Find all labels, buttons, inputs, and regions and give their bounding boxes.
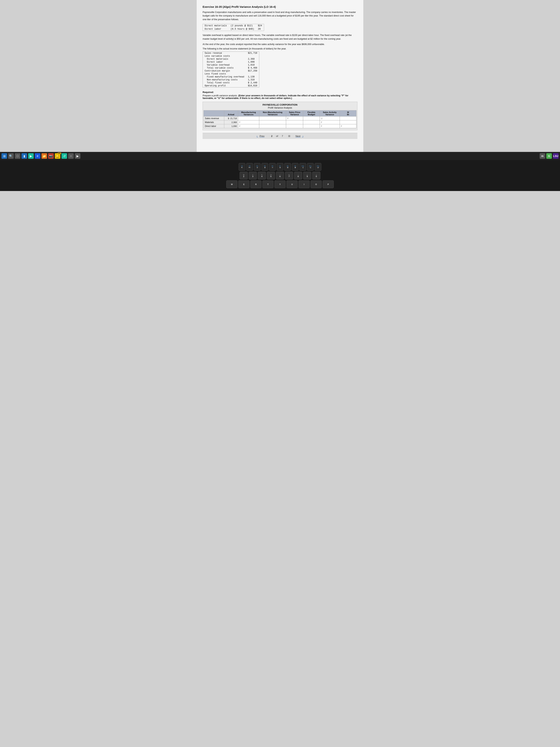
is-row-12-amt: $14,810 [246, 84, 259, 87]
key-0[interactable]: )0 [312, 172, 320, 180]
pva-row-mat-fb-input[interactable] [303, 120, 320, 124]
key-7[interactable]: &7 [285, 172, 293, 180]
key-2[interactable]: @2 [240, 172, 248, 180]
pva-row-dl-nonmfg-input[interactable] [259, 124, 286, 128]
pva-col-header-nonmfg: Non-ManufacturingVariances [259, 110, 286, 117]
pva-col-header-sp: Sales PriceVariance [286, 110, 303, 117]
fn-key-row: F2☀- F3☀+ F4⊙ F5⊟ F6⇨ F7⊡ F8⊟ F9⊞ F10◁ F… [2, 163, 558, 171]
pva-row-sr-sp-input[interactable] [286, 117, 303, 120]
is-row-10-amt: 1,310 [246, 78, 259, 81]
notification-badge[interactable]: 🔔 99+ [55, 153, 60, 159]
main-screen: Exercise 16-35 (Algo) Profit Variance An… [197, 0, 363, 152]
intro-text: Paynesville Corporation manufactures and… [203, 10, 357, 21]
key-w[interactable]: W [226, 180, 237, 188]
key-t[interactable]: T [262, 180, 273, 188]
key-f4[interactable]: F4⊙ [254, 163, 261, 171]
pva-row-mat-mfg-input[interactable] [238, 120, 259, 124]
app-m-icon[interactable]: m [540, 153, 545, 159]
pva-row-mat-sp-input[interactable] [286, 120, 303, 124]
key-r[interactable]: R [250, 180, 262, 188]
prev-button[interactable]: ‹ Prev [257, 135, 266, 137]
is-row-1-label: Sales revenue [203, 52, 246, 55]
pva-row-dl-sp-input[interactable] [286, 124, 303, 128]
folder-icon[interactable]: 📁 [42, 153, 47, 159]
pva-row-sr-mfg-input[interactable] [238, 117, 259, 120]
cost-detail-dl: (0.5 hours @ $40) [229, 27, 256, 31]
key-y[interactable]: Y [274, 180, 286, 188]
desktop-icon[interactable]: □ [15, 153, 20, 159]
is-row-11-label: Total fixed costs [203, 81, 246, 84]
key-f5[interactable]: F5⊟ [262, 163, 268, 171]
overhead-text: Variable overhead is applied based on di… [203, 33, 357, 41]
key-f12[interactable]: F12◁+ [315, 163, 321, 171]
is-row-4-label: Direct labor [203, 60, 246, 63]
key-9[interactable]: (9 [303, 172, 311, 180]
is-row-5-amt: 1,010 [246, 63, 259, 67]
pva-row-sr-actual: $ 21,718 [224, 117, 238, 120]
pva-col-header-fb: FlexibleBudget [303, 110, 320, 117]
app-g-icon[interactable]: G [546, 153, 552, 159]
app-lsu-icon[interactable]: LSU [553, 153, 559, 159]
nav-bar: ‹ Prev 2 of 7 ⊞ Next › [203, 133, 357, 139]
key-i[interactable]: I [298, 180, 310, 188]
cost-amount-dl: 20 [256, 27, 264, 31]
photo-icon[interactable]: 📷 [48, 153, 54, 159]
key-3[interactable]: #3 [249, 172, 257, 180]
pva-row-sr-sa-input[interactable] [320, 117, 340, 120]
pva-row-sr-nonmfg-input[interactable] [259, 117, 286, 120]
key-o[interactable]: O [311, 180, 322, 188]
is-row-7-label: Contribution margin [203, 70, 246, 73]
media-icon[interactable]: ▶ [28, 153, 34, 159]
key-f10[interactable]: F10◁ [299, 163, 306, 171]
search-icon[interactable]: 🔍 [8, 153, 14, 159]
file-icon[interactable]: ▮ [22, 153, 27, 159]
pva-row-dl-mfg-input[interactable] [238, 124, 259, 128]
is-row-10-label: Non-manufacturing costs [203, 78, 246, 81]
key-f8[interactable]: F8⊟ [284, 163, 291, 171]
key-f9[interactable]: F9⊞ [292, 163, 298, 171]
pva-row-sr-m-input[interactable] [340, 117, 356, 120]
income-statement-table: Sales revenue$21,718 Less variable costs… [203, 52, 259, 87]
pva-row-mat-nonmfg-input[interactable] [259, 120, 286, 124]
table-row: Materials 2,368 [204, 120, 356, 124]
key-f11[interactable]: F11◁- [307, 163, 314, 171]
key-f2[interactable]: F2☀- [239, 163, 245, 171]
pva-row-dl-fb-input[interactable] [303, 124, 320, 128]
edge-icon[interactable]: e [35, 153, 41, 159]
next-button[interactable]: Next › [294, 135, 303, 137]
pva-row-mat-sa-input[interactable] [320, 120, 340, 124]
pva-row-sr-label: Sales revenue [204, 117, 224, 120]
pva-row-sr-fb-input[interactable] [303, 117, 320, 120]
key-u[interactable]: U [287, 180, 298, 188]
is-row-4-amt: 1,090 [246, 60, 259, 63]
refresh-icon[interactable]: ↺ [61, 153, 67, 159]
cost-label-dl: Direct labor [203, 27, 229, 31]
key-f6[interactable]: F6⇨ [269, 163, 276, 171]
pva-table: Actual ManufacturingVariances Non-Manufa… [204, 110, 356, 128]
is-row-3-label: Direct materials [203, 58, 246, 60]
pva-row-dl-sa-input[interactable] [320, 124, 340, 128]
key-p[interactable]: P [323, 180, 334, 188]
circle-icon[interactable]: ○ [68, 153, 74, 159]
key-e[interactable]: E [238, 180, 249, 188]
is-row-3-amt: 2,368 [246, 58, 259, 60]
windows-icon[interactable]: ⊞ [1, 153, 7, 159]
pva-row-mat-m-input[interactable] [340, 120, 356, 124]
taskbar-right: m G LSU [540, 153, 559, 159]
key-f3[interactable]: F3☀+ [246, 163, 253, 171]
pva-sub-title: Profit Variance Analysis [204, 106, 356, 109]
pva-row-mat-actual: 2,368 [224, 120, 238, 124]
required-desc-plain: Prepare a profit variance analysis. [203, 94, 238, 97]
play-icon[interactable]: ▶ [75, 153, 80, 159]
key-f7[interactable]: F7⊡ [277, 163, 283, 171]
key-8[interactable]: *8 [294, 172, 302, 180]
is-row-2-amt [246, 55, 259, 58]
income-intro: The following is the actual income state… [203, 47, 357, 50]
pva-row-dl-m-input[interactable] [340, 124, 356, 128]
is-row-9-amt: 1,130 [246, 75, 259, 78]
key-6[interactable]: ^6 [276, 172, 284, 180]
pva-row-dl-label: Direct labor [204, 124, 224, 128]
is-row-6-amt: $ 4,468 [246, 67, 259, 70]
key-5[interactable]: %5 [267, 172, 275, 180]
key-4[interactable]: $4 [258, 172, 266, 180]
